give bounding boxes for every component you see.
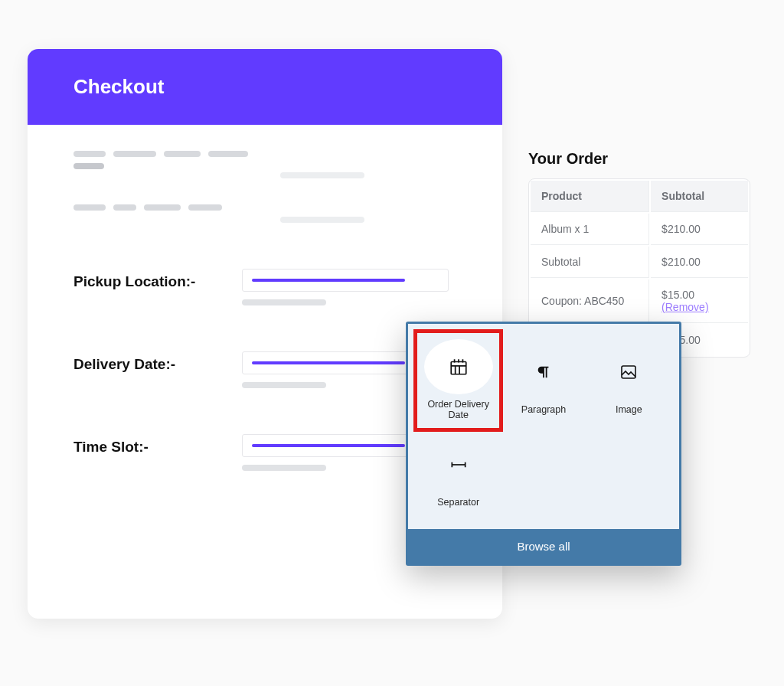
block-separator[interactable]: Separator <box>416 430 501 517</box>
calendar-icon <box>424 339 493 394</box>
table-header-product: Product <box>541 190 582 202</box>
delivery-date-label: Delivery Date:- <box>74 351 242 373</box>
cell-subtotal: $15.00 <box>662 289 694 301</box>
cell-subtotal: $210.00 <box>662 256 701 268</box>
skeleton-row <box>74 151 456 157</box>
skeleton-row <box>74 217 456 223</box>
table-row: Subtotal $210.00 <box>531 247 748 278</box>
table-row: Coupon: ABC450 $15.00 (Remove) <box>531 279 748 323</box>
block-label: Order Delivery Date <box>419 399 498 420</box>
skeleton-row <box>74 204 456 211</box>
block-label: Image <box>616 404 642 415</box>
paragraph-icon <box>509 345 578 400</box>
cell-product: Coupon: ABC450 <box>541 295 624 307</box>
table-row: Album x 1 $210.00 <box>531 214 748 245</box>
browse-all-button[interactable]: Browse all <box>408 529 679 564</box>
separator-icon <box>424 437 493 492</box>
skeleton-line <box>242 465 326 471</box>
time-slot-label: Time Slot:- <box>74 434 242 456</box>
table-header-subtotal: Subtotal <box>662 190 704 202</box>
cell-product: Album x 1 <box>541 223 589 235</box>
cell-product: Subtotal <box>541 256 580 268</box>
skeleton-line <box>242 382 326 388</box>
skeleton-row <box>74 172 456 178</box>
pickup-location-label: Pickup Location:- <box>74 269 242 290</box>
pickup-location-row: Pickup Location:- <box>74 269 456 305</box>
block-label: Separator <box>437 497 479 508</box>
skeleton-row <box>74 163 456 169</box>
order-summary-heading: Your Order <box>528 150 750 168</box>
block-image[interactable]: Image <box>586 332 671 430</box>
svg-rect-0 <box>451 362 466 374</box>
table-header-row: Product Subtotal <box>531 181 748 212</box>
block-paragraph[interactable]: Paragraph <box>501 332 586 430</box>
browse-all-label: Browse all <box>517 540 570 553</box>
time-slot-row: Time Slot:- <box>74 434 456 471</box>
checkout-title: Checkout <box>74 75 164 98</box>
block-label: Paragraph <box>521 404 566 415</box>
remove-coupon-link[interactable]: (Remove) <box>662 301 708 313</box>
cell-subtotal: $210.00 <box>662 223 701 235</box>
block-order-delivery-date[interactable]: Order Delivery Date <box>416 332 501 430</box>
image-icon <box>594 345 663 400</box>
pickup-location-input[interactable] <box>242 269 449 292</box>
delivery-date-row: Delivery Date:- <box>74 351 456 388</box>
svg-rect-7 <box>622 366 635 378</box>
checkout-header: Checkout <box>28 49 502 125</box>
skeleton-line <box>242 299 326 305</box>
block-inserter-popup: Order Delivery Date Paragraph Image <box>406 322 681 566</box>
